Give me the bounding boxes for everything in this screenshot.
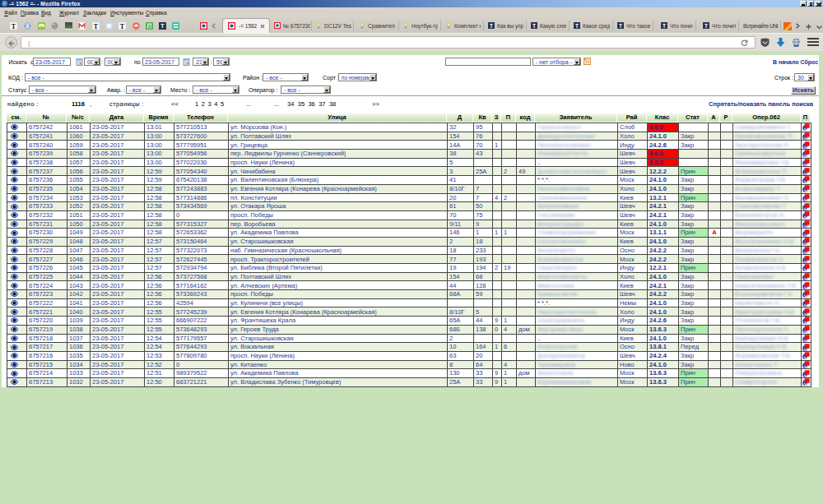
- svg-text:T: T: [93, 23, 98, 30]
- svg-text:T: T: [12, 23, 16, 30]
- svg-text:T: T: [619, 23, 622, 29]
- svg-text:T: T: [490, 23, 493, 29]
- svg-text:T: T: [663, 23, 666, 29]
- svg-text:T: T: [120, 23, 125, 30]
- svg-text:T: T: [160, 23, 165, 29]
- svg-text:T: T: [532, 23, 536, 29]
- svg-text:S: S: [147, 24, 151, 29]
- svg-text:T: T: [704, 23, 708, 29]
- svg-text:T: T: [575, 23, 579, 29]
